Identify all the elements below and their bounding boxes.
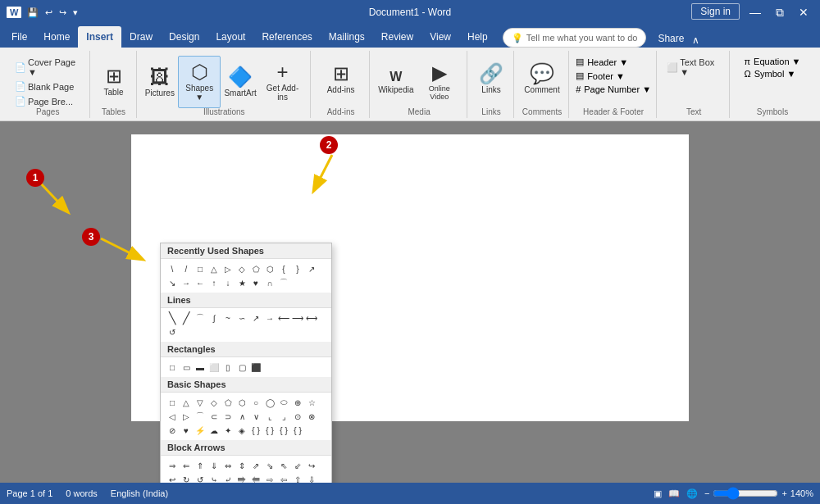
zoom-in-icon[interactable]: +	[781, 488, 786, 498]
pictures-button[interactable]: 🖼 Pictures	[144, 56, 177, 108]
symbol-button[interactable]: Ω Symbol ▼	[741, 68, 804, 79]
shape-arr1[interactable]: ↗	[305, 262, 318, 275]
header-button[interactable]: ▤ Header ▼	[572, 56, 654, 68]
bs-20[interactable]: ⌟	[277, 410, 290, 423]
page-break-button[interactable]: 📄 Page Bre...	[11, 94, 76, 108]
line-curve2[interactable]: ∫	[207, 311, 221, 325]
view-normal-icon[interactable]: ▣	[654, 488, 662, 499]
cover-page-button[interactable]: 📄 Cover Page ▼	[11, 56, 84, 79]
tab-layout[interactable]: Layout	[207, 26, 253, 48]
line-arr4[interactable]: ⟶	[291, 311, 304, 325]
bs-4[interactable]: ◇	[207, 396, 221, 409]
shape-arr5[interactable]: ↑	[207, 276, 221, 289]
bs-27[interactable]: ✦	[221, 424, 235, 437]
ribbon-collapse-icon[interactable]: ∧	[689, 33, 703, 48]
page-number-button[interactable]: # Page Number ▼	[572, 84, 654, 95]
shape-arr2[interactable]: ↘	[166, 276, 179, 289]
bs-7[interactable]: ○	[249, 396, 262, 409]
rect-2[interactable]: ▭	[180, 361, 193, 374]
bs-3[interactable]: ▽	[194, 396, 207, 409]
bs-26[interactable]: ☁	[207, 424, 221, 437]
ba-17[interactable]: ⭆	[235, 473, 248, 483]
rect-4[interactable]: ⬜	[207, 361, 221, 374]
restore-button[interactable]: ⧉	[771, 4, 789, 21]
view-reading-icon[interactable]: 📖	[668, 488, 680, 499]
tab-insert[interactable]: Insert	[78, 26, 121, 48]
bs-32[interactable]: { }	[291, 424, 304, 437]
shape-rect[interactable]: □	[194, 262, 207, 275]
bs-18[interactable]: ∨	[249, 410, 262, 423]
shape-lbrace[interactable]: {	[277, 262, 290, 275]
comment-button[interactable]: 💬 Comment	[521, 52, 563, 105]
bs-22[interactable]: ⊗	[305, 410, 318, 423]
line-straight[interactable]: ╲	[166, 311, 179, 325]
shape-penta[interactable]: ⬠	[249, 262, 262, 275]
smartart-button[interactable]: 🔷 SmartArt	[222, 56, 258, 108]
bs-23[interactable]: ⊘	[166, 424, 179, 437]
bs-21[interactable]: ⊙	[291, 410, 304, 423]
table-button[interactable]: ⊞ Table	[98, 52, 130, 110]
bs-6[interactable]: ⬡	[235, 396, 248, 409]
ba-18[interactable]: ⭅	[249, 473, 262, 483]
tab-review[interactable]: Review	[373, 26, 421, 48]
ba-15[interactable]: ⤷	[207, 473, 221, 483]
view-web-icon[interactable]: 🌐	[686, 488, 698, 499]
ba-4[interactable]: ⇓	[207, 459, 221, 472]
ba-8[interactable]: ⇘	[263, 459, 276, 472]
ba-3[interactable]: ⇑	[194, 459, 207, 472]
line-fwd[interactable]: ╱	[180, 311, 193, 325]
ba-22[interactable]: ⇩	[305, 473, 318, 483]
undo-icon[interactable]: ↩	[43, 6, 55, 20]
equation-button[interactable]: π Equation ▼	[741, 56, 804, 67]
shape-heart[interactable]: ♥	[249, 276, 262, 289]
zoom-level[interactable]: 140%	[790, 488, 813, 498]
tab-draw[interactable]: Draw	[121, 26, 161, 48]
ba-6[interactable]: ⇕	[235, 459, 248, 472]
bs-14[interactable]: ⌒	[194, 410, 207, 423]
ba-19[interactable]: ⇨	[263, 473, 276, 483]
line-wave2[interactable]: ∽	[235, 311, 248, 325]
online-video-button[interactable]: ▶ Online Video	[417, 56, 462, 108]
ba-14[interactable]: ↺	[194, 473, 207, 483]
sign-in-button[interactable]: Sign in	[691, 3, 740, 20]
tab-design[interactable]: Design	[161, 26, 207, 48]
tab-home[interactable]: Home	[35, 26, 78, 48]
close-button[interactable]: ✕	[794, 4, 813, 20]
shape-tri[interactable]: △	[207, 262, 221, 275]
bs-16[interactable]: ⊃	[221, 410, 235, 423]
blank-page-button[interactable]: 📄 Blank Page	[11, 79, 77, 93]
customize-icon[interactable]: ▾	[71, 6, 80, 20]
ba-10[interactable]: ⇙	[291, 459, 304, 472]
line-arr5[interactable]: ⟷	[305, 311, 318, 325]
tab-references[interactable]: References	[253, 26, 320, 48]
ba-11[interactable]: ↪	[305, 459, 318, 472]
bs-24[interactable]: ♥	[180, 424, 193, 437]
line-arr3[interactable]: ⟵	[277, 311, 290, 325]
bs-30[interactable]: { }	[263, 424, 276, 437]
bs-28[interactable]: ◈	[235, 424, 248, 437]
shape-line2[interactable]: /	[180, 262, 193, 275]
bs-11[interactable]: ☆	[305, 396, 318, 409]
shape-rbrace[interactable]: }	[291, 262, 304, 275]
rect-7[interactable]: ⬛	[249, 361, 262, 374]
bs-5[interactable]: ⬠	[221, 396, 235, 409]
ba-12[interactable]: ↩	[166, 473, 179, 483]
redo-icon[interactable]: ↪	[57, 6, 69, 20]
ba-9[interactable]: ⇖	[277, 459, 290, 472]
rect-5[interactable]: ▯	[221, 361, 235, 374]
text-box-button[interactable]: ⬜ Text Box ▼	[663, 56, 724, 79]
shape-rtri[interactable]: ▷	[221, 262, 235, 275]
tab-view[interactable]: View	[421, 26, 459, 48]
shape-arr3[interactable]: →	[180, 276, 193, 289]
shape-arc[interactable]: ⌒	[277, 276, 290, 289]
ba-5[interactable]: ⇔	[221, 459, 235, 472]
bs-13[interactable]: ▷	[180, 410, 193, 423]
share-button[interactable]: Share	[653, 31, 689, 46]
ba-13[interactable]: ↻	[180, 473, 193, 483]
rect-1[interactable]: □	[166, 361, 179, 374]
line-curve1[interactable]: ⌒	[194, 311, 207, 325]
ba-7[interactable]: ⇗	[249, 459, 262, 472]
tell-me-search[interactable]: 💡 Tell me what you want to do	[503, 28, 647, 48]
tab-help[interactable]: Help	[459, 26, 496, 48]
bs-29[interactable]: { }	[249, 424, 262, 437]
